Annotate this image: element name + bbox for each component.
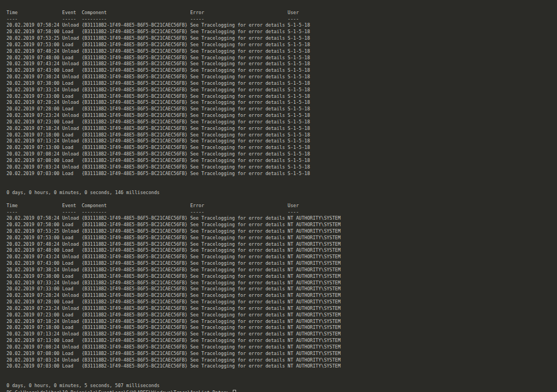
table-row: 20.02.2019 07:53:25 Unload {B31118B2-1F4… [7, 35, 557, 42]
table-row: 20.02.2019 07:08:24 Unload {B31118B2-1F4… [7, 344, 557, 351]
blank-line [7, 177, 557, 183]
table-row: 20.02.2019 07:53:25 Unload {B31118B2-1F4… [7, 228, 557, 235]
table-row: 20.02.2019 07:48:00 Load {B31118B2-1F49-… [7, 55, 557, 61]
table-row: 20.02.2019 07:53:00 Load {B31118B2-1F49-… [7, 235, 557, 241]
table-row: 20.02.2019 07:48:24 Unload {B31118B2-1F4… [7, 48, 557, 55]
table-row: 20.02.2019 07:13:24 Unload {B31118B2-1F4… [7, 331, 557, 338]
table-row: 20.02.2019 07:33:24 Unload {B31118B2-1F4… [7, 87, 557, 94]
table-row: 20.02.2019 07:33:00 Load {B31118B2-1F49-… [7, 94, 557, 100]
table-row: 20.02.2019 07:58:24 Unload {B31118B2-1F4… [7, 22, 557, 29]
table-row: 20.02.2019 07:13:24 Unload {B31118B2-1F4… [7, 138, 557, 145]
table-row: 20.02.2019 07:18:24 Unload {B31118B2-1F4… [7, 319, 557, 325]
duration-summary: 0 days, 0 hours, 0 minutes, 0 seconds, 1… [7, 190, 557, 196]
table-row: 20.02.2019 07:43:00 Load {B31118B2-1F49-… [7, 67, 557, 74]
blank-line [7, 3, 557, 10]
table-row: 20.02.2019 07:28:24 Unload {B31118B2-1F4… [7, 293, 557, 299]
table-row: 20.02.2019 07:23:24 Unload {B31118B2-1F4… [7, 306, 557, 312]
table-row: 20.02.2019 07:03:24 Unload {B31118B2-1F4… [7, 164, 557, 171]
table-row: 20.02.2019 07:18:24 Unload {B31118B2-1F4… [7, 126, 557, 132]
cursor-block [233, 390, 236, 392]
table-row: 20.02.2019 07:23:24 Unload {B31118B2-1F4… [7, 113, 557, 119]
table-row: 20.02.2019 07:58:00 Load {B31118B2-1F49-… [7, 29, 557, 35]
table-row: 20.02.2019 07:58:00 Load {B31118B2-1F49-… [7, 222, 557, 228]
table-row: 20.02.2019 07:38:24 Unload {B31118B2-1F4… [7, 74, 557, 80]
table-row: 20.02.2019 07:28:24 Unload {B31118B2-1F4… [7, 99, 557, 106]
table-row: 20.02.2019 07:08:00 Load {B31118B2-1F49-… [7, 158, 557, 164]
table-row: 20.02.2019 07:28:00 Load {B31118B2-1F49-… [7, 299, 557, 306]
table-row: 20.02.2019 07:03:00 Load {B31118B2-1F49-… [7, 363, 557, 370]
table-row: 20.02.2019 07:33:00 Load {B31118B2-1F49-… [7, 286, 557, 293]
table-row: 20.02.2019 07:33:24 Unload {B31118B2-1F4… [7, 280, 557, 287]
table-row: 20.02.2019 07:43:00 Load {B31118B2-1F49-… [7, 260, 557, 267]
duration-summary: 0 days, 0 hours, 0 minutes, 5 seconds, 5… [7, 383, 557, 389]
table-header-underline: ---- ----- --------- ----- ---- [7, 209, 557, 216]
table-header-underline: ---- ----- --------- ----- ---- [7, 16, 557, 23]
table-row: 20.02.2019 07:38:00 Load {B31118B2-1F49-… [7, 80, 557, 87]
table-row: 20.02.2019 07:23:00 Load {B31118B2-1F49-… [7, 119, 557, 126]
table-row: 20.02.2019 07:38:24 Unload {B31118B2-1F4… [7, 267, 557, 273]
prompt-line[interactable]: PS C:\Users\dalibor\10_Beispiele\EventLo… [7, 389, 557, 392]
table-row: 20.02.2019 07:38:00 Load {B31118B2-1F49-… [7, 273, 557, 280]
table-row: 20.02.2019 07:08:24 Unload {B31118B2-1F4… [7, 151, 557, 158]
blank-line [7, 196, 557, 203]
table-row: 20.02.2019 07:58:24 Unload {B31118B2-1F4… [7, 215, 557, 222]
table-row: 20.02.2019 07:48:24 Unload {B31118B2-1F4… [7, 241, 557, 248]
table-header-row: Time Event Component Error User [7, 203, 557, 209]
table-row: 20.02.2019 07:23:00 Load {B31118B2-1F49-… [7, 312, 557, 319]
blank-line [7, 376, 557, 383]
table-header-row: Time Event Component Error User [7, 10, 557, 16]
table-row: 20.02.2019 07:08:00 Load {B31118B2-1F49-… [7, 351, 557, 357]
table-row: 20.02.2019 07:13:00 Load {B31118B2-1F49-… [7, 145, 557, 151]
table-row: 20.02.2019 07:03:24 Unload {B31118B2-1F4… [7, 357, 557, 364]
table-row: 20.02.2019 07:28:00 Load {B31118B2-1F49-… [7, 106, 557, 113]
table-row: 20.02.2019 07:13:00 Load {B31118B2-1F49-… [7, 338, 557, 344]
blank-line [7, 370, 557, 376]
table-row: 20.02.2019 07:43:24 Unload {B31118B2-1F4… [7, 61, 557, 67]
table-row: 20.02.2019 07:18:00 Load {B31118B2-1F49-… [7, 132, 557, 139]
prompt-text: PS C:\Users\dalibor\10_Beispiele\EventLo… [7, 390, 229, 392]
table-row: 20.02.2019 07:18:00 Load {B31118B2-1F49-… [7, 325, 557, 331]
table-row: 20.02.2019 07:03:00 Load {B31118B2-1F49-… [7, 171, 557, 177]
table-row: 20.02.2019 07:48:00 Load {B31118B2-1F49-… [7, 247, 557, 254]
table-row: 20.02.2019 07:43:24 Unload {B31118B2-1F4… [7, 254, 557, 260]
blank-line [7, 183, 557, 190]
terminal-output[interactable]: Time Event Component Error User---- ----… [0, 0, 557, 392]
table-row: 20.02.2019 07:53:00 Load {B31118B2-1F49-… [7, 42, 557, 48]
